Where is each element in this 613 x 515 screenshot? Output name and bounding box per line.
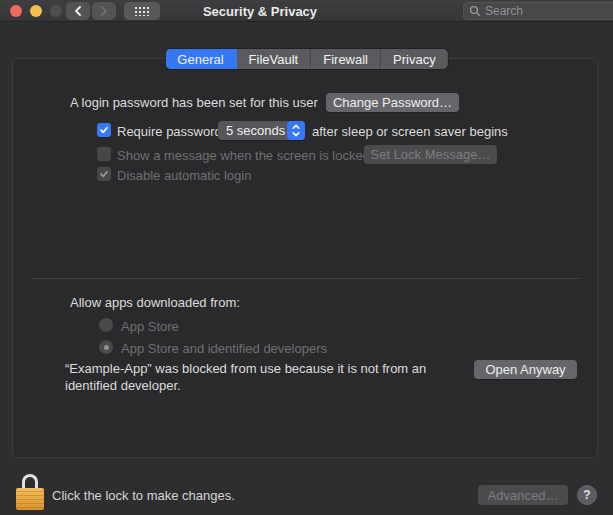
tab-bar: General FileVault Firewall Privacy xyxy=(165,49,447,69)
check-icon xyxy=(99,169,109,179)
section-divider xyxy=(33,278,580,279)
password-status-label: A login password has been set for this u… xyxy=(70,95,318,110)
radio-app-store-label: App Store xyxy=(121,319,179,334)
zoom-window-button-disabled xyxy=(50,5,62,17)
search-field[interactable] xyxy=(463,2,613,20)
close-window-button[interactable] xyxy=(10,5,22,17)
search-input[interactable] xyxy=(485,4,613,18)
require-password-label: Require password xyxy=(117,124,222,139)
grid-icon xyxy=(134,6,151,16)
titlebar: Security & Privacy xyxy=(0,0,613,22)
tab-general[interactable]: General xyxy=(165,49,236,69)
change-password-button[interactable]: Change Password… xyxy=(326,93,459,112)
show-message-label: Show a message when the screen is locked xyxy=(117,148,370,163)
require-password-suffix-label: after sleep or screen saver begins xyxy=(312,124,508,139)
security-privacy-window: Security & Privacy General FileVault Fir… xyxy=(0,0,613,515)
popup-arrows-icon xyxy=(287,121,305,140)
set-lock-message-button: Set Lock Message… xyxy=(364,145,497,164)
radio-app-store-identified xyxy=(99,340,113,354)
general-pane xyxy=(12,58,598,458)
tab-firewall[interactable]: Firewall xyxy=(311,49,381,69)
tab-filevault[interactable]: FileVault xyxy=(237,49,312,69)
help-button[interactable]: ? xyxy=(577,485,597,505)
radio-app-store-identified-label: App Store and identified developers xyxy=(121,341,327,356)
lock-body xyxy=(16,488,44,510)
require-password-checkbox[interactable] xyxy=(97,123,111,137)
open-anyway-button[interactable]: Open Anyway xyxy=(474,360,577,379)
tab-privacy[interactable]: Privacy xyxy=(381,49,448,69)
minimize-window-button[interactable] xyxy=(30,5,42,17)
advanced-button: Advanced… xyxy=(478,485,568,505)
radio-selected-dot xyxy=(104,345,109,350)
blocked-app-text-line1: “Example-App” was blocked from use becau… xyxy=(65,361,426,376)
password-delay-popup[interactable]: 5 seconds xyxy=(218,121,305,140)
lock-icon[interactable] xyxy=(16,474,44,510)
show-all-preferences-button[interactable] xyxy=(124,2,160,20)
allow-apps-label: Allow apps downloaded from: xyxy=(70,295,240,310)
back-button[interactable] xyxy=(66,2,90,20)
disable-auto-login-checkbox xyxy=(97,167,111,181)
password-delay-value: 5 seconds xyxy=(218,123,287,138)
radio-app-store xyxy=(99,318,113,332)
forward-button[interactable] xyxy=(92,2,116,20)
chevron-left-icon xyxy=(74,6,82,16)
search-icon xyxy=(469,5,481,17)
lock-hint-label: Click the lock to make changes. xyxy=(52,488,235,503)
blocked-app-text-line2: identified developer. xyxy=(65,378,181,393)
show-message-checkbox xyxy=(97,147,111,161)
check-icon xyxy=(99,125,109,135)
window-title: Security & Privacy xyxy=(160,4,360,19)
chevron-right-icon xyxy=(100,6,108,16)
disable-auto-login-label: Disable automatic login xyxy=(117,168,251,183)
